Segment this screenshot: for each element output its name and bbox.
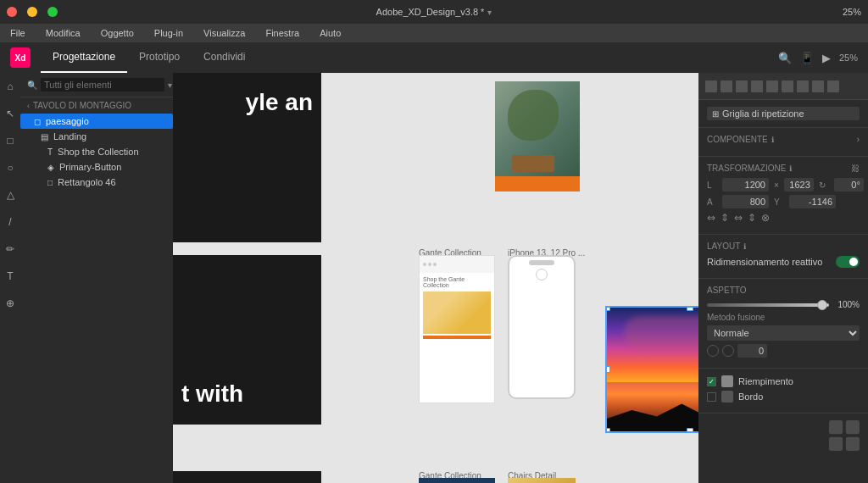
transform-info-icon: ℹ [789,164,792,173]
chairs-frame[interactable] [508,478,576,483]
handle-ml[interactable] [605,366,610,373]
pen-icon[interactable]: ✏ [3,242,17,256]
flip-v2-icon[interactable]: ⇕ [748,212,756,224]
grid-badge[interactable]: ⊞ Griglia di ripetizione [707,107,860,120]
menu-oggetto[interactable]: Oggetto [97,26,137,40]
responsive-toggle[interactable] [836,256,860,268]
menu-modifica[interactable]: Modifica [42,26,84,40]
hero-frame-bottom[interactable]: t with [173,255,321,425]
layer-item-landing[interactable]: ▤ Landing [20,129,173,144]
search-layers-icon: 🔍 [27,80,37,90]
right-panel-toolbar [698,73,868,100]
handle-bl[interactable] [605,428,610,433]
width-input[interactable] [722,178,769,192]
more-icon[interactable] [827,80,839,92]
gante-dot-3 [433,263,437,266]
gante-collection-frame[interactable]: Shop the Gante Collection [419,255,495,403]
maximize-button[interactable] [47,7,58,17]
device-icon[interactable]: 📱 [800,52,814,64]
opacity-knob[interactable] [817,300,827,310]
zoom-icon[interactable]: ⊕ [3,297,17,310]
tab-prototipo[interactable]: Prototipo [127,42,192,73]
xd-logo: Xd [10,47,31,68]
minimize-button[interactable] [27,7,37,17]
flip-v-icon[interactable]: ⇕ [721,212,729,224]
iphone-frame[interactable] [508,255,576,399]
layout-info-icon: ℹ [743,242,746,251]
filter-icon[interactable]: ▾ [168,80,172,90]
border-checkbox[interactable] [707,392,716,402]
layer-item-rect[interactable]: □ Rettangolo 46 [20,175,173,190]
transform-link-icon[interactable]: ⛓ [851,164,860,173]
tab-condividi[interactable]: Condividi [192,42,257,73]
play-icon[interactable]: ▶ [822,52,831,64]
left-sidebar: ⌂ ↖ □ ○ △ / ✏ T ⊕ [0,73,20,483]
home-icon[interactable]: ⌂ [3,80,17,93]
layers-search-input[interactable] [41,78,164,92]
align-bottom-icon[interactable] [782,80,793,92]
opacity-slider[interactable] [707,303,829,307]
text-icon[interactable]: T [3,269,17,283]
height-input[interactable] [784,178,814,192]
y-input[interactable] [789,195,836,208]
select-icon[interactable]: ↖ [3,107,17,120]
line-icon[interactable]: / [3,215,17,229]
layer-item-paesaggio[interactable]: ◻ paesaggio [20,114,173,129]
furniture-frame[interactable] [495,81,580,192]
canvas-area[interactable]: yle an t with Gante Collection iPhone 13… [173,73,698,483]
menu-aiuto[interactable]: Aiuto [316,26,344,40]
menu-plugin[interactable]: Plug-in [151,26,186,40]
flip-extra-icon[interactable]: ⊗ [761,212,770,224]
menu-finestra[interactable]: Finestra [262,26,303,40]
layout-section: LAYOUT ℹ Ridimensionamento reattivo [698,235,868,279]
group-icon: ▤ [41,132,48,142]
menu-file[interactable]: File [7,26,29,40]
fill-checkbox[interactable]: ✓ [707,377,716,386]
rect-icon[interactable]: □ [3,134,17,147]
triangle-icon[interactable]: △ [3,188,17,202]
layer-item-shop[interactable]: T Shop the Collection [20,144,173,159]
sunset-image-frame[interactable] [605,306,698,433]
chevron-left-icon: ‹ [27,102,30,110]
hero-text-with: t with [181,380,243,408]
handle-tl[interactable] [605,306,610,311]
width-height-row: L × ↻ [707,178,860,192]
align-center-h-icon[interactable] [721,80,732,92]
align-center-v-icon[interactable] [766,80,778,92]
angle-input[interactable] [737,344,767,358]
component-expand-icon[interactable]: › [857,135,860,144]
rotation-input[interactable] [834,178,864,192]
circle-icon-2[interactable] [722,345,734,357]
layers-section-header[interactable]: ‹ TAVOLO DI MONTAGGIO [20,97,173,114]
align-right-icon[interactable] [736,80,748,92]
flip-h2-icon[interactable]: ⇔ [734,212,743,224]
title-bar-right: 25% [843,7,861,17]
close-button[interactable] [7,7,17,17]
flip-h-icon[interactable]: ⇔ [707,212,715,224]
menu-visualizza[interactable]: Visualizza [200,26,248,40]
x-input[interactable] [722,195,769,208]
fill-row: ✓ Riempimento [707,375,860,387]
search-icon[interactable]: 🔍 [778,52,792,64]
gante-frame-bottom[interactable]: GANTE [419,478,495,483]
hero-frame-top[interactable]: yle an [173,73,321,242]
zoom-level: 25% [843,7,861,17]
handle-bc[interactable] [687,428,693,433]
distribute-h-icon[interactable] [797,80,809,92]
layer-item-button[interactable]: ◈ Primary-Button [20,159,173,175]
svg-rect-0 [829,420,843,434]
rotation-label: ↻ [819,180,829,190]
opacity-row: 100% [707,300,860,309]
handle-tc[interactable] [687,306,693,311]
window-title: Adobe_XD_Design_v3.8 * ▾ [376,7,492,17]
ellipse-icon[interactable]: ○ [3,161,17,175]
border-color-swatch[interactable] [721,391,733,402]
align-top-icon[interactable] [751,80,763,92]
hero-frame-third[interactable]: ivity [173,471,321,483]
blend-mode-select[interactable]: Normale [707,325,860,341]
distribute-v-icon[interactable] [812,80,824,92]
align-left-icon[interactable] [705,80,717,92]
tab-progettazione[interactable]: Progettazione [41,42,127,73]
circle-icon-1[interactable] [707,345,719,357]
fill-color-swatch[interactable] [721,375,733,387]
